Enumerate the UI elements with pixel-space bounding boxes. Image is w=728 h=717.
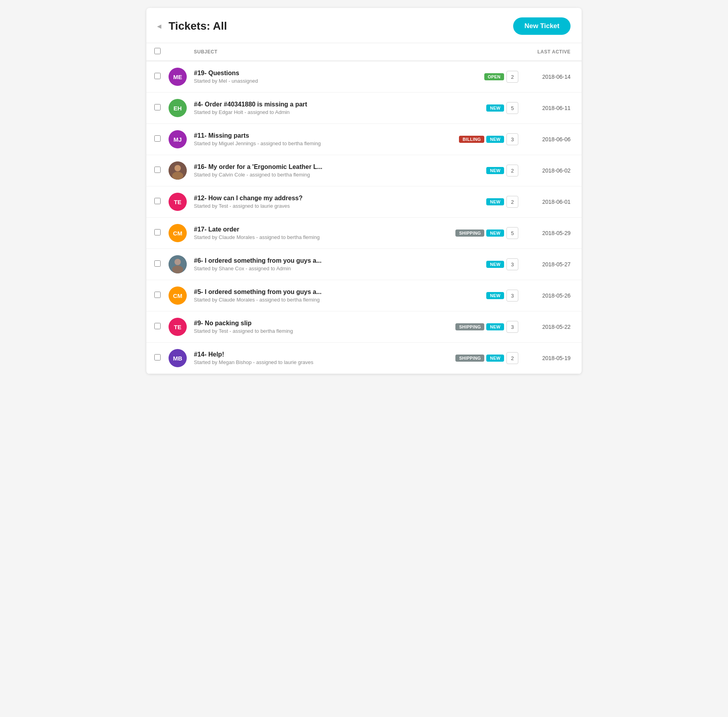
last-active-date: 2018-06-01 — [523, 199, 571, 205]
row-checkbox[interactable] — [154, 354, 161, 360]
badge-list: NEW — [486, 292, 504, 299]
table-row[interactable]: ME #19- Questions Started by Mel - unass… — [146, 61, 582, 93]
table-row[interactable]: MJ #11- Missing parts Started by Miguel … — [146, 124, 582, 155]
reply-count: 2 — [506, 196, 518, 208]
row-checkbox-cell — [154, 260, 169, 268]
row-avatar-cell: ME — [169, 68, 194, 86]
row-content: #12- How can I change my address? Starte… — [194, 195, 482, 209]
table-row[interactable]: TE #9- No packing slip Started by Test -… — [146, 311, 582, 343]
row-content: #4- Order #40341880 is missing a part St… — [194, 101, 482, 115]
row-checkbox-cell — [154, 323, 169, 331]
table-row[interactable]: MB #14- Help! Started by Megan Bishop - … — [146, 343, 582, 374]
badge-shipping: SHIPPING — [455, 323, 484, 330]
reply-count: 2 — [506, 352, 518, 364]
badge-list: SHIPPINGNEW — [455, 355, 504, 362]
row-checkbox-cell — [154, 229, 169, 237]
row-content: #19- Questions Started by Mel - unassign… — [194, 70, 480, 84]
subject-line: #12- How can I change my address? — [194, 195, 482, 202]
row-checkbox[interactable] — [154, 292, 161, 298]
reply-count: 3 — [506, 290, 518, 302]
row-checkbox[interactable] — [154, 198, 161, 204]
row-checkbox[interactable] — [154, 135, 161, 142]
row-avatar-cell: MJ — [169, 130, 194, 148]
reply-count: 3 — [506, 258, 518, 270]
subject-text: #17- Late order — [194, 226, 239, 233]
avatar: TE — [169, 318, 187, 336]
row-checkbox-cell — [154, 167, 169, 175]
row-checkbox-cell — [154, 292, 169, 300]
badges-count-area: NEW 2 — [482, 165, 518, 176]
collapse-icon[interactable]: ◀ — [154, 21, 164, 31]
row-meta: Started by Test - assigned to bertha fle… — [194, 328, 451, 334]
badge-list: BILLINGNEW — [459, 136, 504, 143]
subject-line: #6- I ordered something from you guys a.… — [194, 257, 482, 264]
badge-list: SHIPPINGNEW — [455, 323, 504, 330]
row-meta: Started by Calvin Cole - assigned to ber… — [194, 172, 482, 178]
row-avatar-cell — [169, 255, 194, 273]
subject-text: #6- I ordered something from you guys a.… — [194, 257, 322, 264]
svg-point-1 — [174, 165, 181, 171]
row-avatar-cell — [169, 161, 194, 180]
badges-count-area: NEW 3 — [482, 290, 518, 302]
row-avatar-cell: CM — [169, 224, 194, 242]
svg-point-4 — [174, 259, 181, 265]
row-meta: Started by Test - assigned to laurie gra… — [194, 203, 482, 209]
row-content: #11- Missing parts Started by Miguel Jen… — [194, 132, 454, 146]
badge-list: NEW — [486, 167, 504, 174]
row-checkbox[interactable] — [154, 260, 161, 267]
table-row[interactable]: TE #12- How can I change my address? Sta… — [146, 186, 582, 218]
subject-text: #19- Questions — [194, 70, 239, 77]
reply-count: 2 — [506, 165, 518, 176]
subject-line: #4- Order #40341880 is missing a part — [194, 101, 482, 108]
table-row[interactable]: CM #5- I ordered something from you guys… — [146, 280, 582, 311]
table-row[interactable]: #16- My order for a 'Ergonomic Leather L… — [146, 155, 582, 186]
badges-count-area: OPEN 2 — [480, 71, 518, 83]
row-avatar-cell: EH — [169, 99, 194, 117]
row-checkbox[interactable] — [154, 167, 161, 173]
row-meta: Started by Miguel Jennings - assigned to… — [194, 140, 454, 146]
row-avatar-cell: TE — [169, 318, 194, 336]
avatar — [169, 255, 187, 273]
badges-count-area: NEW 2 — [482, 196, 518, 208]
row-content: #17- Late order Started by Claude Morale… — [194, 226, 451, 240]
header-left: ◀ Tickets: All — [154, 20, 227, 32]
row-content: #16- My order for a 'Ergonomic Leather L… — [194, 163, 482, 178]
row-checkbox[interactable] — [154, 229, 161, 235]
header-checkbox-cell — [154, 48, 169, 56]
badges-count-area: SHIPPINGNEW 2 — [451, 352, 518, 364]
subject-line: #19- Questions — [194, 70, 480, 77]
row-checkbox[interactable] — [154, 323, 161, 329]
row-checkbox-cell — [154, 73, 169, 81]
badge-list: NEW — [486, 261, 504, 268]
table-header: SUBJECT LAST ACTIVE — [146, 43, 582, 61]
row-checkbox[interactable] — [154, 73, 161, 79]
table-row[interactable]: EH #4- Order #40341880 is missing a part… — [146, 93, 582, 124]
badges-count-area: NEW 3 — [482, 258, 518, 270]
subject-text: #5- I ordered something from you guys a.… — [194, 288, 322, 296]
last-active-date: 2018-06-11 — [523, 105, 571, 111]
select-all-checkbox[interactable] — [154, 48, 161, 54]
subject-text: #9- No packing slip — [194, 320, 252, 327]
badge-list: OPEN — [484, 73, 504, 80]
avatar: TE — [169, 193, 187, 211]
svg-point-2 — [172, 172, 183, 180]
subject-line: #17- Late order — [194, 226, 451, 233]
tickets-container: ◀ Tickets: All New Ticket SUBJECT LAST A… — [146, 8, 582, 374]
badges-count-area: NEW 5 — [482, 102, 518, 114]
table-row[interactable]: #6- I ordered something from you guys a.… — [146, 249, 582, 280]
badges-count-area: BILLINGNEW 3 — [454, 133, 518, 145]
badge-new: NEW — [486, 104, 504, 112]
row-meta: Started by Mel - unassigned — [194, 78, 480, 84]
badge-new: NEW — [486, 292, 504, 299]
row-meta: Started by Megan Bishop - assigned to la… — [194, 359, 451, 365]
row-content: #5- I ordered something from you guys a.… — [194, 288, 482, 303]
last-active-date: 2018-06-06 — [523, 136, 571, 142]
subject-text: #12- How can I change my address? — [194, 195, 303, 202]
row-checkbox[interactable] — [154, 104, 161, 110]
table-row[interactable]: CM #17- Late order Started by Claude Mor… — [146, 218, 582, 249]
subject-text: #16- My order for a 'Ergonomic Leather L… — [194, 163, 322, 171]
subject-line: #11- Missing parts — [194, 132, 454, 139]
new-ticket-button[interactable]: New Ticket — [513, 17, 571, 35]
avatar: EH — [169, 99, 187, 117]
last-active-date: 2018-05-19 — [523, 355, 571, 361]
